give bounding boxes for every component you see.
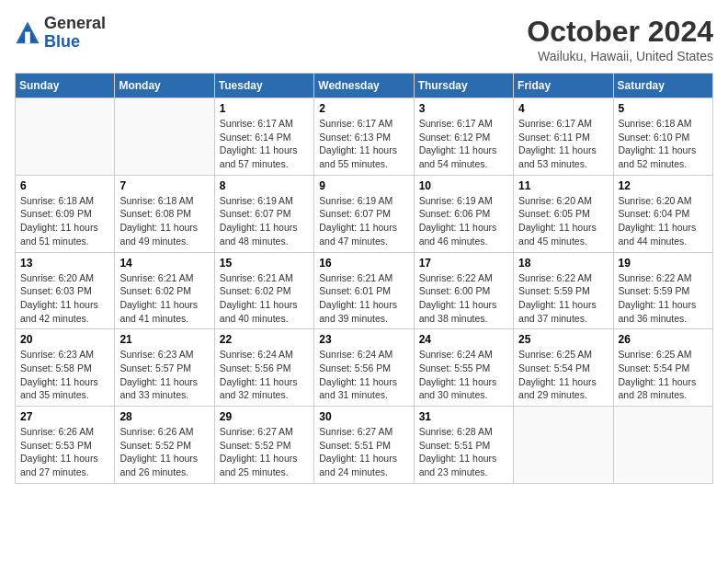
title-block: October 2024 Wailuku, Hawaii, United Sta… — [527, 15, 713, 63]
day-number: 20 — [20, 333, 109, 346]
day-number: 3 — [419, 102, 508, 115]
page-header: General Blue October 2024 Wailuku, Hawai… — [15, 15, 713, 63]
calendar-cell: 12Sunrise: 6:20 AMSunset: 6:04 PMDayligh… — [613, 175, 712, 252]
calendar-cell: 3Sunrise: 6:17 AMSunset: 6:12 PMDaylight… — [414, 98, 513, 176]
calendar-cell: 18Sunrise: 6:22 AMSunset: 5:59 PMDayligh… — [514, 252, 613, 329]
day-info: Sunrise: 6:20 AMSunset: 6:04 PMDaylight:… — [619, 194, 708, 248]
day-number: 2 — [319, 102, 408, 115]
calendar-cell: 19Sunrise: 6:22 AMSunset: 5:59 PMDayligh… — [613, 252, 712, 329]
day-number: 28 — [119, 410, 209, 423]
day-info: Sunrise: 6:21 AMSunset: 6:01 PMDaylight:… — [319, 271, 408, 326]
day-number: 18 — [518, 257, 608, 270]
day-info: Sunrise: 6:28 AMSunset: 5:51 PMDaylight:… — [419, 425, 508, 479]
day-info: Sunrise: 6:21 AMSunset: 6:02 PMDaylight:… — [119, 271, 209, 326]
calendar-cell: 11Sunrise: 6:20 AMSunset: 6:05 PMDayligh… — [514, 175, 613, 252]
calendar-cell: 6Sunrise: 6:18 AMSunset: 6:09 PMDaylight… — [16, 175, 115, 252]
day-number: 25 — [518, 333, 608, 346]
day-number: 11 — [518, 179, 608, 192]
calendar-cell: 20Sunrise: 6:23 AMSunset: 5:58 PMDayligh… — [16, 329, 115, 407]
day-info: Sunrise: 6:24 AMSunset: 5:55 PMDaylight:… — [419, 348, 508, 402]
calendar-week-row: 27Sunrise: 6:26 AMSunset: 5:53 PMDayligh… — [16, 407, 713, 484]
calendar-table: SundayMondayTuesdayWednesdayThursdayFrid… — [15, 73, 713, 484]
day-number: 26 — [619, 333, 708, 346]
calendar-cell: 13Sunrise: 6:20 AMSunset: 6:03 PMDayligh… — [16, 252, 115, 329]
calendar-cell: 16Sunrise: 6:21 AMSunset: 6:01 PMDayligh… — [314, 252, 414, 329]
day-number: 7 — [119, 179, 209, 192]
calendar-cell: 25Sunrise: 6:25 AMSunset: 5:54 PMDayligh… — [514, 329, 613, 407]
day-header-saturday: Saturday — [613, 74, 712, 98]
calendar-cell: 24Sunrise: 6:24 AMSunset: 5:55 PMDayligh… — [414, 329, 513, 407]
day-info: Sunrise: 6:17 AMSunset: 6:14 PMDaylight:… — [220, 117, 309, 171]
day-info: Sunrise: 6:26 AMSunset: 5:53 PMDaylight:… — [20, 425, 109, 479]
calendar-cell: 27Sunrise: 6:26 AMSunset: 5:53 PMDayligh… — [16, 407, 115, 484]
day-number: 5 — [619, 102, 708, 115]
day-info: Sunrise: 6:27 AMSunset: 5:51 PMDaylight:… — [319, 425, 408, 479]
svg-rect-2 — [25, 31, 30, 43]
day-info: Sunrise: 6:25 AMSunset: 5:54 PMDaylight:… — [518, 348, 608, 402]
day-number: 17 — [419, 257, 508, 270]
day-number: 13 — [20, 257, 109, 270]
calendar-cell: 22Sunrise: 6:24 AMSunset: 5:56 PMDayligh… — [214, 329, 313, 407]
day-number: 15 — [220, 257, 309, 270]
day-number: 12 — [619, 179, 708, 192]
logo-blue: Blue — [44, 33, 106, 52]
day-info: Sunrise: 6:17 AMSunset: 6:11 PMDaylight:… — [518, 117, 608, 171]
day-header-thursday: Thursday — [414, 74, 513, 98]
day-number: 1 — [220, 102, 309, 115]
day-info: Sunrise: 6:18 AMSunset: 6:10 PMDaylight:… — [619, 117, 708, 171]
day-number: 22 — [220, 333, 309, 346]
day-info: Sunrise: 6:22 AMSunset: 5:59 PMDaylight:… — [619, 271, 708, 326]
day-info: Sunrise: 6:22 AMSunset: 6:00 PMDaylight:… — [419, 271, 508, 326]
day-header-monday: Monday — [115, 74, 214, 98]
month-year: October 2024 — [527, 15, 713, 49]
day-info: Sunrise: 6:18 AMSunset: 6:09 PMDaylight:… — [20, 194, 109, 248]
day-header-sunday: Sunday — [16, 74, 115, 98]
calendar-cell: 17Sunrise: 6:22 AMSunset: 6:00 PMDayligh… — [414, 252, 513, 329]
day-info: Sunrise: 6:23 AMSunset: 5:58 PMDaylight:… — [20, 348, 109, 402]
day-number: 30 — [319, 410, 408, 423]
day-info: Sunrise: 6:23 AMSunset: 5:57 PMDaylight:… — [119, 348, 209, 402]
day-info: Sunrise: 6:25 AMSunset: 5:54 PMDaylight:… — [619, 348, 708, 402]
calendar-cell: 28Sunrise: 6:26 AMSunset: 5:52 PMDayligh… — [115, 407, 214, 484]
day-number: 29 — [220, 410, 309, 423]
calendar-cell: 30Sunrise: 6:27 AMSunset: 5:51 PMDayligh… — [314, 407, 414, 484]
location: Wailuku, Hawaii, United States — [527, 49, 713, 63]
day-info: Sunrise: 6:18 AMSunset: 6:08 PMDaylight:… — [119, 194, 209, 248]
day-info: Sunrise: 6:21 AMSunset: 6:02 PMDaylight:… — [220, 271, 309, 326]
day-number: 24 — [419, 333, 508, 346]
day-info: Sunrise: 6:27 AMSunset: 5:52 PMDaylight:… — [220, 425, 309, 479]
calendar-cell: 15Sunrise: 6:21 AMSunset: 6:02 PMDayligh… — [214, 252, 313, 329]
calendar-cell: 4Sunrise: 6:17 AMSunset: 6:11 PMDaylight… — [514, 98, 613, 176]
day-number: 9 — [319, 179, 408, 192]
calendar-header-row: SundayMondayTuesdayWednesdayThursdayFrid… — [16, 74, 713, 98]
calendar-cell — [613, 407, 712, 484]
logo-icon — [15, 20, 40, 46]
calendar-week-row: 13Sunrise: 6:20 AMSunset: 6:03 PMDayligh… — [16, 252, 713, 329]
calendar-cell: 29Sunrise: 6:27 AMSunset: 5:52 PMDayligh… — [214, 407, 313, 484]
day-info: Sunrise: 6:17 AMSunset: 6:12 PMDaylight:… — [419, 117, 508, 171]
day-number: 14 — [119, 257, 209, 270]
calendar-cell — [16, 98, 115, 176]
day-header-wednesday: Wednesday — [314, 74, 414, 98]
day-info: Sunrise: 6:17 AMSunset: 6:13 PMDaylight:… — [319, 117, 408, 171]
calendar-cell: 2Sunrise: 6:17 AMSunset: 6:13 PMDaylight… — [314, 98, 414, 176]
day-info: Sunrise: 6:20 AMSunset: 6:05 PMDaylight:… — [518, 194, 608, 248]
calendar-week-row: 1Sunrise: 6:17 AMSunset: 6:14 PMDaylight… — [16, 98, 713, 176]
day-number: 21 — [119, 333, 209, 346]
day-header-friday: Friday — [514, 74, 613, 98]
day-number: 31 — [419, 410, 508, 423]
calendar-cell: 8Sunrise: 6:19 AMSunset: 6:07 PMDaylight… — [214, 175, 313, 252]
day-info: Sunrise: 6:22 AMSunset: 5:59 PMDaylight:… — [518, 271, 608, 326]
day-info: Sunrise: 6:26 AMSunset: 5:52 PMDaylight:… — [119, 425, 209, 479]
calendar-cell: 23Sunrise: 6:24 AMSunset: 5:56 PMDayligh… — [314, 329, 414, 407]
calendar-cell: 31Sunrise: 6:28 AMSunset: 5:51 PMDayligh… — [414, 407, 513, 484]
calendar-cell: 9Sunrise: 6:19 AMSunset: 6:07 PMDaylight… — [314, 175, 414, 252]
day-number: 19 — [619, 257, 708, 270]
day-number: 8 — [220, 179, 309, 192]
day-number: 6 — [20, 179, 109, 192]
day-info: Sunrise: 6:20 AMSunset: 6:03 PMDaylight:… — [20, 271, 109, 326]
calendar-week-row: 6Sunrise: 6:18 AMSunset: 6:09 PMDaylight… — [16, 175, 713, 252]
calendar-week-row: 20Sunrise: 6:23 AMSunset: 5:58 PMDayligh… — [16, 329, 713, 407]
day-number: 16 — [319, 257, 408, 270]
calendar-cell: 10Sunrise: 6:19 AMSunset: 6:06 PMDayligh… — [414, 175, 513, 252]
